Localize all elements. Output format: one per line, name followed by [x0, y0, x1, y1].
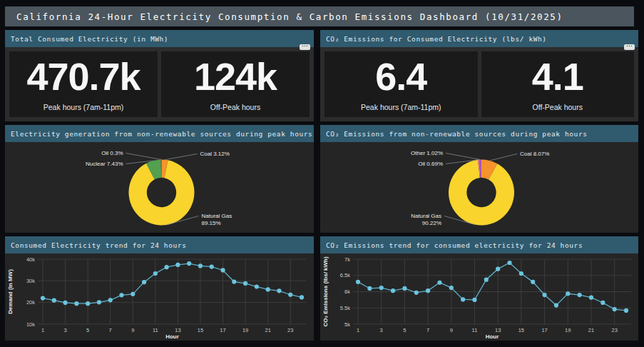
donut-chart-svg: Coal 3.12%Natural Gas89.15%Nuclear 7.43%… [5, 142, 314, 233]
panel-header-co2-for-consumed: CO₂ Emissions for Consumed Electricity (… [320, 30, 638, 47]
data-point [198, 263, 203, 268]
data-point [461, 297, 465, 301]
y-tick-label: 20k [26, 299, 35, 306]
data-point [232, 279, 236, 283]
data-point [243, 281, 247, 286]
data-point [437, 281, 441, 285]
panel-title: CO₂ Emissions trend for consumed electri… [326, 241, 583, 249]
panel-title: Electricity generation from non-renewabl… [11, 130, 312, 138]
data-point [175, 263, 180, 267]
kpi-label: Off-Peak hours [210, 103, 260, 111]
kpi-value: 4.1 [532, 57, 583, 96]
x-tick-label: 9 [450, 327, 453, 333]
x-tick-label: 21 [588, 327, 594, 333]
panel-header-total-electricity: Total Consumed Electricity (in MWh) [5, 30, 314, 47]
data-point [554, 303, 558, 308]
line-series [43, 263, 302, 303]
x-tick-label: 5 [86, 327, 89, 333]
panel-title: Consumed Electricity trend for 24 hours [11, 241, 186, 249]
x-tick-label: 9 [131, 327, 134, 333]
kpi-value: 124k [194, 57, 277, 96]
pie-label-other: Other 1.02% [411, 150, 443, 156]
pie-label-leader [126, 153, 162, 159]
y-axis-title: CO₂ Emissions (lbs/ kWh) [322, 256, 329, 327]
data-point [255, 284, 259, 288]
y-tick-label: 40k [26, 256, 35, 263]
panel-electricity-trend: Consumed Electricity trend for 24 hours … [5, 236, 314, 341]
x-tick-label: 1 [41, 327, 44, 333]
panel-total-electricity: Total Consumed Electricity (in MWh) ⋯ 47… [5, 30, 314, 121]
data-point [74, 301, 78, 306]
y-tick-label: 6k [344, 288, 350, 295]
x-tick-label: 21 [265, 327, 270, 333]
x-tick-label: 11 [472, 327, 478, 333]
panel-generation-sources: Electricity generation from non-renewabl… [5, 125, 314, 233]
data-point [153, 271, 158, 276]
line-chart-svg: 5k5.5k6k6.5k7k1357911131517192123HourCO₂… [320, 253, 638, 341]
data-point [472, 298, 476, 302]
data-point [578, 293, 582, 297]
data-point [402, 286, 407, 291]
y-tick-label: 10k [26, 321, 35, 328]
line-chart-svg: 10k20k30k40k1357911131517192123HourDeman… [5, 253, 314, 341]
panel-co2-for-consumed: CO₂ Emissions for Consumed Electricity (… [320, 30, 638, 121]
kpi-label: Peak hours (7am-11pm) [361, 103, 441, 111]
y-tick-label: 5k [344, 321, 350, 328]
x-axis-title: Hour [486, 333, 499, 340]
kpi-body: 470.7k Peak hours (7am-11pm) 124k Off-Pe… [5, 47, 314, 121]
data-point [86, 301, 90, 306]
data-point [277, 288, 281, 293]
x-tick-label: 17 [541, 327, 547, 333]
pie-label-nuclear: Nuclear 7.43% [86, 161, 123, 167]
kpi-body: 6.4 Peak hours (7am-11pm) 4.1 Off-Peak h… [320, 47, 638, 121]
data-point [484, 278, 489, 282]
data-point [356, 280, 360, 284]
x-axis-title: Hour [165, 333, 179, 340]
x-tick-label: 7 [426, 327, 429, 333]
data-point [531, 280, 535, 284]
x-tick-label: 11 [153, 327, 158, 333]
data-point [589, 296, 593, 300]
y-tick-label: 30k [26, 278, 35, 284]
kpi-peak-co2: 6.4 Peak hours (7am-11pm) [324, 51, 478, 117]
pie-label-natural-gas: Natural Gas89.15% [202, 213, 232, 226]
panel-menu-icon[interactable]: ⋯ [624, 44, 635, 50]
data-point [119, 293, 123, 297]
data-point [391, 288, 395, 293]
data-point [97, 300, 101, 304]
data-point [519, 271, 523, 276]
x-tick-label: 23 [287, 327, 293, 333]
data-point [108, 298, 113, 302]
kpi-value: 470.7k [26, 57, 140, 96]
dashboard: California 24-Hour Electricity Consumpti… [0, 0, 644, 347]
pie-label-leader [165, 154, 197, 159]
panel-title: CO₂ Emissions for Consumed Electricity (… [326, 35, 547, 43]
x-tick-label: 1 [357, 327, 359, 333]
panel-menu-icon[interactable]: ⋯ [300, 44, 310, 50]
pie-label-leader [446, 153, 481, 159]
data-point [165, 265, 169, 269]
donut-row: Electricity generation from non-renewabl… [5, 125, 639, 233]
pie-label-oil: Oil 0.69% [418, 161, 443, 167]
data-point [426, 288, 430, 293]
kpi-label: Off-Peak hours [533, 103, 583, 111]
pie-label-leader [490, 154, 517, 160]
panel-header-co2-trend: CO₂ Emissions trend for consumed electri… [320, 236, 638, 253]
dashboard-title-bar: California 24-Hour Electricity Consumpti… [5, 6, 634, 26]
x-tick-label: 17 [220, 327, 225, 333]
data-point [414, 291, 419, 295]
x-tick-label: 5 [403, 327, 406, 333]
pie-label-coal: Coal 8.07% [520, 151, 549, 157]
donut-chart-generation: Coal 3.12%Natural Gas89.15%Nuclear 7.43%… [5, 142, 314, 233]
data-point [367, 286, 372, 291]
x-tick-label: 15 [518, 327, 524, 333]
x-tick-label: 13 [175, 327, 180, 333]
line-chart-co2-trend: 5k5.5k6k6.5k7k1357911131517192123HourCO₂… [320, 253, 638, 341]
data-point [41, 296, 45, 301]
dashboard-title: California 24-Hour Electricity Consumpti… [16, 11, 563, 22]
pie-label-coal: Coal 3.12% [200, 151, 230, 157]
donut-chart-svg: Coal 8.07%Natural Gas90.22%Oil 0.69%Othe… [320, 142, 638, 233]
data-point [266, 287, 270, 291]
kpi-offpeak-electricity: 124k Off-Peak hours [161, 51, 310, 117]
data-point [142, 280, 146, 284]
